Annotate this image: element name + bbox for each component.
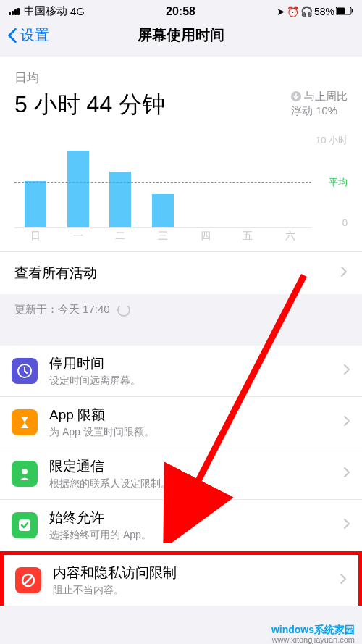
usage-chart: 10 小时 平均 0 日一二三四五六 (14, 134, 348, 243)
svg-rect-2 (352, 9, 353, 12)
settings-menu: 停用时间 设定时间远离屏幕。 App 限额 为 App 设置时间限额。 限定通信… (0, 346, 362, 606)
updated-prefix: 更新于： (14, 303, 58, 315)
page-title: 屏幕使用时间 (138, 25, 224, 45)
nav-bar: 设置 屏幕使用时间 (0, 20, 362, 57)
x-axis-label: 三 (158, 230, 168, 243)
chevron-right-icon (343, 415, 350, 430)
menu-subtitle: 设定时间远离屏幕。 (49, 375, 343, 388)
downtime-icon (12, 358, 38, 384)
alarm-icon: ⏰ (287, 6, 299, 17)
updated-row: 更新于：今天 17:40 (0, 294, 362, 325)
watermark-url: www.xitongjiayuan.com (272, 635, 355, 644)
svg-line-8 (24, 576, 33, 585)
y-top-label: 10 小时 (316, 134, 348, 147)
menu-subtitle: 阻止不当内容。 (53, 584, 340, 597)
menu-subtitle: 为 App 设置时间限额。 (49, 426, 343, 439)
menu-item[interactable]: 内容和隐私访问限制 阻止不当内容。 (0, 551, 362, 606)
back-button[interactable]: 设置 (7, 25, 49, 45)
chart-bar (152, 194, 174, 227)
chevron-right-icon (343, 364, 350, 378)
compare-value: 浮动 10% (291, 104, 348, 118)
chart-bar (25, 181, 46, 228)
menu-title: 停用时间 (49, 354, 343, 373)
hourglass-icon (12, 409, 38, 435)
chevron-right-icon (343, 467, 350, 481)
status-bar: 中国移动 4G 20:58 ➤ ⏰ 🎧 58% (0, 0, 362, 20)
menu-item[interactable]: App 限额 为 App 设置时间限额。 (0, 397, 362, 448)
y-bottom-label: 0 (342, 217, 348, 228)
daily-avg-time: 5 小时 44 分钟 (14, 89, 165, 121)
chevron-right-icon (340, 573, 347, 587)
signal-icon (9, 8, 20, 15)
headphones-icon: 🎧 (300, 6, 313, 17)
nosign-icon (15, 567, 41, 593)
watermark-brand: windows系统家园 (272, 624, 355, 635)
summary-card: 日均 5 小时 44 分钟 与上周比 浮动 10% 10 小时 平均 0 日一二… (0, 57, 362, 251)
chart-bar (109, 172, 131, 227)
menu-text: 内容和隐私访问限制 阻止不当内容。 (53, 564, 340, 597)
chevron-right-icon (340, 265, 348, 281)
menu-subtitle: 选择始终可用的 App。 (49, 529, 343, 542)
chevron-right-icon (343, 518, 350, 532)
svg-point-5 (22, 469, 28, 474)
check-icon (12, 512, 38, 538)
menu-subtitle: 根据您的联系人设定限制。 (49, 477, 343, 490)
menu-title: 始终允许 (49, 509, 343, 527)
network-label: 4G (70, 5, 85, 17)
back-label: 设置 (20, 25, 49, 45)
menu-text: 始终允许 选择始终可用的 App。 (49, 509, 343, 542)
x-axis-label: 二 (115, 230, 125, 243)
menu-title: 内容和隐私访问限制 (53, 564, 340, 582)
menu-title: 限定通信 (49, 457, 343, 476)
see-all-label: 查看所有活动 (14, 264, 97, 283)
location-icon: ➤ (277, 6, 285, 17)
chart-bar (67, 151, 89, 227)
updated-time: 今天 17:40 (58, 303, 110, 315)
avg-line (14, 182, 311, 183)
x-axis-label: 六 (285, 230, 295, 243)
compare-label: 与上周比 (304, 89, 348, 104)
svg-rect-1 (337, 7, 345, 14)
loading-spinner-icon (117, 304, 130, 317)
status-time: 20:58 (166, 5, 195, 18)
battery-pct: 58% (314, 6, 334, 17)
avg-label: 日均 (14, 70, 348, 86)
menu-title: App 限额 (49, 406, 343, 425)
x-axis-label: 五 (243, 230, 253, 243)
menu-item[interactable]: 始终允许 选择始终可用的 App。 (0, 500, 362, 551)
menu-item[interactable]: 停用时间 设定时间远离屏幕。 (0, 346, 362, 397)
status-left: 中国移动 4G (9, 4, 85, 18)
see-all-activity-row[interactable]: 查看所有活动 (0, 251, 362, 294)
menu-text: 限定通信 根据您的联系人设定限制。 (49, 457, 343, 490)
menu-item[interactable]: 限定通信 根据您的联系人设定限制。 (0, 448, 362, 500)
avg-line-label: 平均 (329, 176, 348, 189)
menu-text: App 限额 为 App 设置时间限额。 (49, 406, 343, 439)
battery-icon (336, 6, 353, 17)
compare-block: 与上周比 浮动 10% (291, 89, 348, 117)
status-right: ➤ ⏰ 🎧 58% (277, 6, 353, 17)
x-axis-label: 一 (73, 230, 83, 243)
arrow-down-icon (291, 91, 301, 101)
menu-text: 停用时间 设定时间远离屏幕。 (49, 354, 343, 388)
chevron-left-icon (7, 28, 17, 43)
person-icon (12, 461, 38, 487)
x-axis-label: 四 (201, 230, 211, 243)
carrier-label: 中国移动 (24, 4, 67, 18)
x-axis-label: 日 (30, 230, 41, 243)
